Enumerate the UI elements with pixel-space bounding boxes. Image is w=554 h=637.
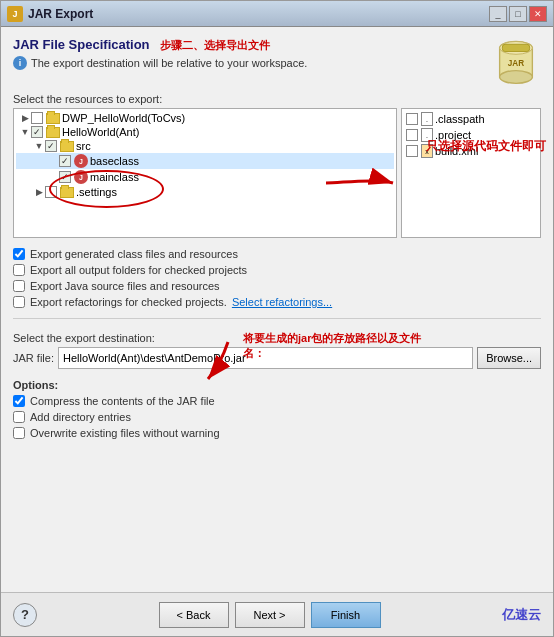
label-helloworld: HelloWorld(Ant) (62, 126, 139, 138)
export-source-checkbox[interactable] (13, 280, 25, 292)
folder-icon-settings (60, 187, 74, 198)
right-tree-panel[interactable]: . .classpath . .project x build.xml (401, 108, 541, 238)
checkbox-mainclass[interactable] (59, 171, 71, 183)
add-dir-checkbox[interactable] (13, 411, 25, 423)
title-bar: J JAR Export _ □ ✕ (1, 1, 553, 27)
next-button[interactable]: Next > (235, 602, 305, 628)
tree-item-dwp[interactable]: ▶ DWP_HelloWorld(ToCvs) (16, 111, 394, 125)
collapse-src[interactable]: ▼ (34, 141, 44, 151)
compress-label: Compress the contents of the JAR file (30, 395, 215, 407)
info-icon: i (13, 56, 27, 70)
header-description: The export destination will be relative … (31, 57, 307, 69)
header-subtitle: 步骤二、选择导出文件 (160, 39, 270, 51)
checkbox-src[interactable] (45, 140, 57, 152)
export-output-label: Export all output folders for checked pr… (30, 264, 247, 276)
checkbox-dwp[interactable] (31, 112, 43, 124)
back-button[interactable]: < Back (159, 602, 229, 628)
collapse-helloworld[interactable]: ▼ (20, 127, 30, 137)
collapse-mainclass (48, 172, 58, 182)
close-button[interactable]: ✕ (529, 6, 547, 22)
jar-file-input[interactable] (58, 347, 473, 369)
collapse-settings[interactable]: ▶ (34, 187, 44, 197)
divider1 (13, 318, 541, 319)
export-dest-label: Select the export destination: (13, 332, 541, 344)
java-icon-mainclass: J (74, 170, 88, 184)
export-refactor-label: Export refactorings for checked projects… (30, 296, 227, 308)
svg-point-2 (500, 71, 533, 84)
export-options-group: Export generated class files and resourc… (13, 247, 541, 309)
tree-item-baseclass[interactable]: J baseclass (16, 153, 394, 169)
collapse-baseclass (48, 156, 58, 166)
checkbox-project[interactable] (406, 129, 418, 141)
svg-text:JAR: JAR (508, 59, 524, 68)
select-refactorings-link[interactable]: Select refactorings... (232, 296, 332, 308)
export-class-checkbox[interactable] (13, 248, 25, 260)
export-refactor-checkbox[interactable] (13, 296, 25, 308)
tree-panel-container: ▶ DWP_HelloWorld(ToCvs) ▼ HelloWorld(Ant… (13, 108, 541, 238)
export-destination-section: Select the export destination: JAR file:… (13, 332, 541, 369)
file-icon-classpath: . (421, 112, 433, 126)
collapse-dwp[interactable]: ▶ (20, 113, 30, 123)
watermark: 亿速云 (502, 606, 541, 624)
header-left: JAR File Specification 步骤二、选择导出文件 i The … (13, 37, 481, 70)
bottom-bar: ? < Back Next > Finish 亿速云 (1, 592, 553, 636)
export-source-row: Export Java source files and resources (13, 279, 541, 293)
browse-button[interactable]: Browse... (477, 347, 541, 369)
checkbox-settings[interactable] (45, 186, 57, 198)
label-project: .project (435, 129, 471, 141)
add-dir-label: Add directory entries (30, 411, 131, 423)
checkbox-helloworld[interactable] (31, 126, 43, 138)
label-src: src (76, 140, 91, 152)
export-output-row: Export all output folders for checked pr… (13, 263, 541, 277)
compress-checkbox[interactable] (13, 395, 25, 407)
checkbox-buildxml[interactable] (406, 145, 418, 157)
navigation-buttons: < Back Next > Finish (159, 602, 381, 628)
tree-item-src[interactable]: ▼ src (16, 139, 394, 153)
label-baseclass: baseclass (90, 155, 139, 167)
header-section: JAR File Specification 步骤二、选择导出文件 i The … (13, 37, 541, 87)
overwrite-row: Overwrite existing files without warning (13, 426, 541, 440)
checkbox-classpath[interactable] (406, 113, 418, 125)
export-class-row: Export generated class files and resourc… (13, 247, 541, 261)
right-item-classpath[interactable]: . .classpath (404, 111, 538, 127)
title-icon: J (7, 6, 23, 22)
label-dwp: DWP_HelloWorld(ToCvs) (62, 112, 185, 124)
export-class-label: Export generated class files and resourc… (30, 248, 238, 260)
overwrite-label: Overwrite existing files without warning (30, 427, 220, 439)
window: J JAR Export _ □ ✕ JAR File Specificatio… (0, 0, 554, 637)
folder-icon-src (60, 141, 74, 152)
help-button[interactable]: ? (13, 603, 37, 627)
svg-rect-4 (502, 44, 529, 51)
export-output-checkbox[interactable] (13, 264, 25, 276)
title-controls: _ □ ✕ (489, 6, 547, 22)
tree-item-settings[interactable]: ▶ .settings (16, 185, 394, 199)
label-settings: .settings (76, 186, 117, 198)
right-item-buildxml[interactable]: x build.xml (404, 143, 538, 159)
options-group: Compress the contents of the JAR file Ad… (13, 394, 541, 440)
tree-item-helloworld[interactable]: ▼ HelloWorld(Ant) (16, 125, 394, 139)
checkbox-baseclass[interactable] (59, 155, 71, 167)
window-title: JAR Export (28, 7, 93, 21)
compress-row: Compress the contents of the JAR file (13, 394, 541, 408)
file-icon-project: . (421, 128, 433, 142)
jar-label: JAR file: (13, 352, 54, 364)
right-item-project[interactable]: . .project (404, 127, 538, 143)
tree-item-mainclass[interactable]: J mainclass (16, 169, 394, 185)
left-tree-panel[interactable]: ▶ DWP_HelloWorld(ToCvs) ▼ HelloWorld(Ant… (13, 108, 397, 238)
export-source-label: Export Java source files and resources (30, 280, 220, 292)
folder-icon-dwp (46, 113, 60, 124)
resources-section-label: Select the resources to export: (13, 93, 541, 105)
export-refactor-row: Export refactorings for checked projects… (13, 295, 541, 309)
label-classpath: .classpath (435, 113, 485, 125)
minimize-button[interactable]: _ (489, 6, 507, 22)
file-icon-buildxml: x (421, 144, 433, 158)
finish-button[interactable]: Finish (311, 602, 381, 628)
maximize-button[interactable]: □ (509, 6, 527, 22)
java-icon-baseclass: J (74, 154, 88, 168)
dialog-content: JAR File Specification 步骤二、选择导出文件 i The … (1, 27, 553, 592)
header-desc: i The export destination will be relativ… (13, 56, 481, 70)
resources-section: Select the resources to export: ▶ DWP_He… (13, 93, 541, 238)
jar-icon: JAR (491, 37, 541, 87)
folder-icon-helloworld (46, 127, 60, 138)
overwrite-checkbox[interactable] (13, 427, 25, 439)
